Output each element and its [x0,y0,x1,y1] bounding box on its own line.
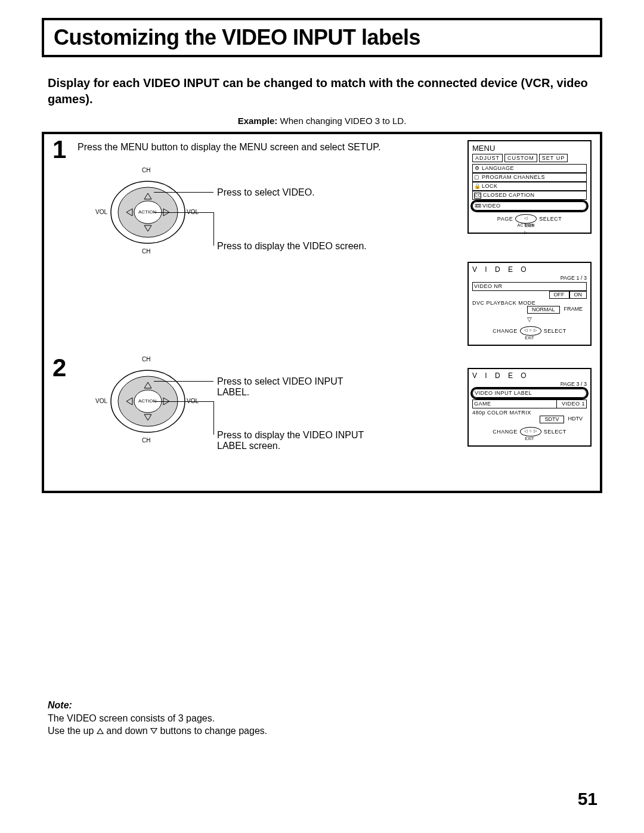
osd-row-label: LANGUAGE [482,165,514,172]
steps-box: 1 Press the MENU button to display the M… [42,132,602,493]
note-text: Use the up [48,726,97,736]
vol-label-left: VOL [95,209,107,215]
note-line-2: Use the up and down buttons to change pa… [48,724,267,738]
nav-exit: EXIT [472,336,587,340]
osd-title: MENU [472,144,587,153]
intro-text: Display for each VIDEO INPUT can be chan… [48,75,596,107]
dpad-diagram-1: CH CH VOL VOL ACTION Press to select VID… [88,171,374,260]
step-2: 2 CH CH VOL VOL ACTION Press to select [52,360,386,449]
note-text: buttons to change pages. [157,726,267,736]
osd-row-color-matrix: 480p COLOR MATRIX [472,410,587,416]
nav-exit: EXIT [472,436,587,441]
osd-list: ⚙LANGUAGE ▢PROGRAM CHANNELS 🔒LOCK CCCLOS… [472,164,587,210]
leader-line [154,401,213,402]
ch-label-top: CH [142,356,150,363]
osd-page-indicator: PAGE 1 / 3 [472,275,587,281]
nav-left-label: PAGE [497,216,513,222]
nav-left-label: CHANGE [493,429,518,435]
page-number: 51 [578,789,597,809]
globe-icon: ⚙ [474,165,480,172]
leader-line [154,212,213,213]
osd-video-page1: V I D E O PAGE 1 / 3 VIDEO NR OFF ON DVC… [467,262,592,346]
example-label: Example: [238,116,278,126]
toggle-sdtv: SDTV [540,416,564,423]
step-1: 1 Press the MENU button to display the M… [52,141,386,260]
toggle-normal: NORMAL [527,306,560,314]
osd-row-program-channels: ▢PROGRAM CHANNELS [472,173,587,182]
arrow-text-2a: Press to select VIDEO INPUT LABEL. [217,376,374,398]
osd-row-game: GAME VIDEO 1 [472,400,587,408]
step-2-number: 2 [52,354,66,382]
nav-action-icon: ◁ ACTION ▷ [515,214,537,224]
osd-tab: SET UP [539,154,568,162]
osd-row-label: LOCK [482,182,498,190]
osd-row-language: ⚙LANGUAGE [472,164,587,173]
nav-action-icon: ◁ ○ ▷ [520,427,541,436]
osd-row-label: PROGRAM CHANNELS [482,174,545,181]
arrow-text-1b: Press to display the VIDEO screen. [217,241,367,252]
nav-exit: EXIT [472,224,587,228]
toggle-off: OFF [549,291,569,299]
lock-icon: 🔒 [474,182,480,190]
osd-video-page3: V I D E O PAGE 3 / 3 VIDEO INPUT LABEL G… [467,368,592,447]
example-text: When changing VIDEO 3 to LD. [277,116,406,126]
osd-row-value: VIDEO 1 [556,400,585,408]
step-1-text: Press the MENU button to display the MEN… [78,141,386,154]
note-line-1: The VIDEO screen consists of 3 pages. [48,712,267,725]
box-icon: ▢ [474,174,480,181]
triangle-up-icon [97,728,104,734]
arrow-text-2b: Press to display the VIDEO INPUT LABEL s… [217,430,374,451]
osd-menu-setup: MENU ADJUST CUSTOM SET UP ⚙LANGUAGE ▢PRO… [467,140,592,234]
osd-row-label: CLOSED CAPTION [483,191,535,199]
osd-page-indicator: PAGE 3 / 3 [472,381,587,387]
toggle-on: ON [569,291,587,299]
osd-row-video-input-label: VIDEO INPUT LABEL [472,389,587,398]
osd-title: V I D E O [472,371,587,380]
cc-icon: CC [474,193,481,199]
toggle-frame: FRAME [560,306,587,312]
osd-toggle: NORMAL FRAME [472,306,587,314]
nav-right-label: SELECT [539,216,562,222]
osd-row-label: VIDEO NR [474,283,503,290]
leader-line [213,212,214,246]
arrow-text-1a: Press to select VIDEO. [217,187,315,198]
osd-row-video: 📼VIDEO [472,202,587,210]
dpad-diagram-2: CH CH VOL VOL ACTION Press to select VID… [88,360,374,449]
osd-tab: ADJUST [472,154,503,162]
osd-row-label: VIDEO INPUT LABEL [475,389,532,397]
osd-toggle: OFF ON [472,291,587,299]
leader-line [213,401,214,435]
osd-row-video-nr: VIDEO NR [472,282,587,291]
ch-label-top: CH [142,167,150,174]
osd-row-label: GAME [474,400,491,408]
nav-left-label: CHANGE [493,328,518,334]
osd-row-closed-caption: CCCLOSED CAPTION [472,191,587,200]
osd-tabs: ADJUST CUSTOM SET UP [472,154,587,162]
osd-row-dvc-playback: DVC PLAYBACK MODE [472,300,587,306]
step-1-number: 1 [52,135,66,164]
osd-tab: CUSTOM [504,154,537,162]
page-title: Customizing the VIDEO INPUT labels [54,25,590,50]
video-icon: 📼 [475,202,481,210]
leader-line [154,381,213,382]
vol-label-left: VOL [95,398,107,404]
ch-label-bottom: CH [142,248,150,255]
note-label: Note: [48,699,267,712]
osd-title: V I D E O [472,265,587,274]
osd-row-lock: 🔒LOCK [472,182,587,191]
nav-right-label: SELECT [544,429,566,435]
triangle-down-icon [150,728,157,734]
osd-nav: CHANGE ◁ ○ ▷ SELECT [472,427,587,436]
nav-action-icon: ◁ ○ ▷ [520,326,541,336]
down-arrow-icon: ▽ [472,316,587,323]
osd-nav: CHANGE ◁ ○ ▷ SELECT [472,326,587,336]
note-block: Note: The VIDEO screen consists of 3 pag… [48,699,267,738]
manual-page: Customizing the VIDEO INPUT labels Displ… [0,0,644,833]
leader-line [154,192,213,193]
osd-toggle: SDTV HDTV [472,416,587,423]
example-line: Example: When changing VIDEO 3 to LD. [42,116,602,126]
osd-row-label: VIDEO [482,202,501,210]
nav-right-label: SELECT [544,328,566,334]
title-box: Customizing the VIDEO INPUT labels [42,18,602,57]
ch-label-bottom: CH [142,437,150,444]
